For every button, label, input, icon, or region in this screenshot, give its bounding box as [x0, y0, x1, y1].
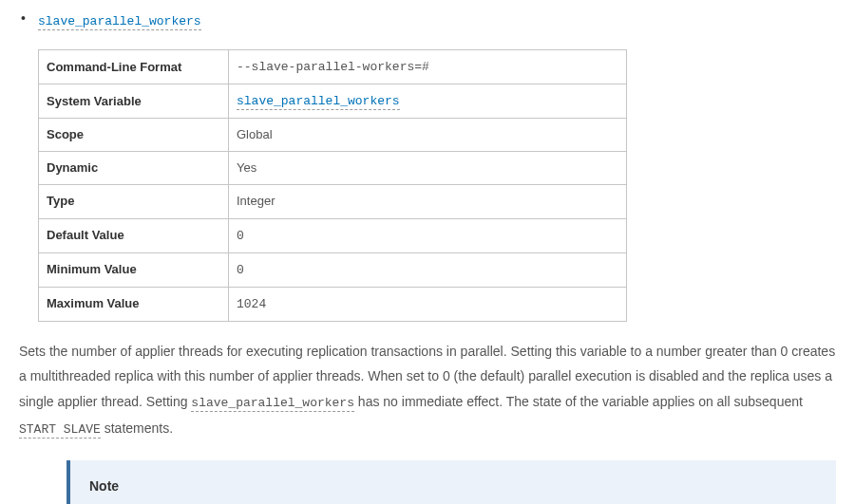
variable-list: slave_parallel_workers Command-Line Form… [19, 9, 836, 322]
note-box: Note Multithreaded replicas are not curr… [66, 460, 836, 504]
table-label: Dynamic [39, 152, 229, 185]
table-value: --slave-parallel-workers=# [229, 50, 627, 84]
variable-description: Sets the number of applier threads for e… [19, 339, 836, 442]
variable-list-item: slave_parallel_workers Command-Line Form… [38, 9, 836, 322]
table-value: 0 [229, 252, 627, 287]
table-value: Integer [229, 185, 627, 218]
table-label: Scope [39, 119, 229, 152]
variable-properties-table: Command-Line Format --slave-parallel-wor… [38, 49, 627, 322]
table-label: System Variable [39, 84, 229, 119]
code-value: 1024 [237, 297, 266, 311]
table-row: Command-Line Format --slave-parallel-wor… [39, 50, 627, 84]
variable-name-link[interactable]: slave_parallel_workers [38, 14, 201, 30]
code-value: --slave-parallel-workers=# [237, 60, 429, 74]
description-text: has no immediate effect. The state of th… [354, 394, 803, 409]
table-value: slave_parallel_workers [229, 84, 627, 119]
table-label: Maximum Value [39, 287, 229, 321]
inline-code: START SLAVE [19, 422, 101, 439]
system-variable-link[interactable]: slave_parallel_workers [237, 94, 400, 110]
table-value: Yes [229, 152, 627, 185]
table-row: Type Integer [39, 185, 627, 218]
table-label: Type [39, 185, 229, 218]
table-row: Default Value 0 [39, 218, 627, 252]
code-value: 0 [237, 229, 244, 243]
table-row: Scope Global [39, 119, 627, 152]
note-title: Note [89, 476, 817, 498]
code-value: 0 [237, 263, 244, 277]
table-row: Dynamic Yes [39, 152, 627, 185]
table-label: Command-Line Format [39, 50, 229, 84]
table-label: Minimum Value [39, 252, 229, 287]
table-label: Default Value [39, 218, 229, 252]
inline-code: slave_parallel_workers [191, 396, 354, 412]
table-row: Maximum Value 1024 [39, 287, 627, 321]
table-row: Minimum Value 0 [39, 252, 627, 287]
table-value: 1024 [229, 287, 627, 321]
description-text: statements. [101, 420, 173, 436]
table-row: System Variable slave_parallel_workers [39, 84, 627, 119]
table-value: Global [229, 119, 627, 152]
table-value: 0 [229, 218, 627, 252]
